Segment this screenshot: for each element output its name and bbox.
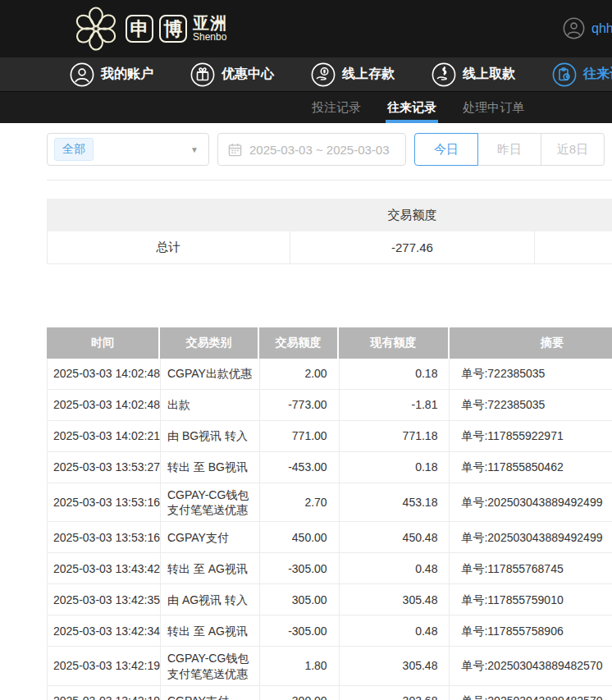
nav-item-label: 线上取款	[463, 66, 515, 83]
table-row: 2025-03-03 13:53:27转出 至 BG视讯-453.000.18单…	[47, 452, 612, 483]
cell-type: 转出 至 AG视讯	[161, 615, 260, 646]
table-row: 2025-03-03 13:53:16CGPAY支付450.00450.48单号…	[47, 522, 612, 553]
cell-amount: 771.00	[260, 421, 340, 451]
column-header-time: 时间	[47, 327, 160, 359]
cell-amount: 2.00	[260, 359, 340, 389]
nav-item-withdraw[interactable]: 线上取款	[432, 62, 515, 87]
records-icon	[552, 62, 577, 87]
cell-time: 2025-03-03 14:02:48	[48, 390, 161, 420]
yesterday-button[interactable]: 昨日	[477, 133, 541, 166]
cell-amount: 300.00	[260, 686, 340, 700]
cell-type: CGPAY-CG钱包支付笔笔送优惠	[161, 483, 260, 521]
summary-total-label: 总计	[48, 231, 290, 263]
cell-summary: 单号:722385035	[450, 390, 612, 420]
cell-balance: 305.48	[340, 584, 450, 615]
cell-amount: 2.70	[260, 483, 340, 521]
cell-type: 由 BG视讯 转入	[161, 421, 260, 451]
summary-header-row: 交易额度	[47, 199, 612, 231]
nav-item-label: 线上存款	[342, 66, 395, 83]
cell-type: CGPAY-CG钱包支付笔笔送优惠	[161, 647, 260, 684]
selected-type-chip: 全部	[54, 138, 94, 161]
table-row: 2025-03-03 13:42:19CGPAY支付300.00303.68单号…	[47, 686, 612, 700]
type-filter-dropdown[interactable]: 全部 ▼	[47, 133, 209, 166]
cell-amount: -773.00	[260, 390, 340, 420]
logo-region-text: 亚洲	[193, 15, 227, 32]
logo-char-bo: 博	[159, 15, 187, 43]
table-row: 2025-03-03 13:42:35由 AG视讯 转入305.00305.48…	[47, 584, 612, 615]
cell-summary: 单号:202503043889482570	[450, 647, 612, 684]
table-row: 2025-03-03 14:02:21由 BG视讯 转入771.00771.18…	[47, 421, 612, 452]
transactions-body: 2025-03-03 14:02:48CGPAY出款优惠2.000.18单号:7…	[47, 359, 612, 700]
cell-summary: 单号:117855850462	[450, 452, 612, 483]
tab-betting-records[interactable]: 投注记录	[312, 92, 361, 123]
column-header-summary: 摘要	[450, 327, 612, 359]
cell-amount: 305.00	[260, 584, 340, 615]
table-row: 2025-03-03 13:42:19CGPAY-CG钱包支付笔笔送优惠1.80…	[47, 647, 612, 685]
calendar-icon	[228, 143, 242, 157]
logo-subtitle-text: Shenbo	[193, 32, 227, 43]
app-header: 申 博 亚洲 Shenbo qhh	[0, 0, 612, 57]
cell-type: 转出 至 BG视讯	[161, 452, 260, 483]
caret-down-icon: ▼	[190, 145, 199, 154]
quick-range-buttons: 今日 昨日 近8日	[414, 133, 605, 166]
username-text: qhh	[591, 21, 612, 36]
cell-type: CGPAY支付	[161, 522, 260, 552]
table-row: 2025-03-03 14:02:48CGPAY出款优惠2.000.18单号:7…	[47, 359, 612, 390]
cell-summary: 单号:202503043889492499	[450, 483, 612, 521]
avatar-icon	[563, 17, 585, 39]
cell-summary: 单号:117855922971	[450, 421, 612, 451]
cell-summary: 单号:117855759010	[450, 584, 612, 615]
last-8-days-button[interactable]: 近8日	[541, 133, 605, 166]
brand-logo[interactable]: 申 博 亚洲 Shenbo	[72, 5, 227, 53]
main-nav: 我的账户 优惠中心 线上存款 线上取款 往来记录	[0, 57, 612, 92]
logo-char-shen: 申	[126, 15, 153, 43]
cell-balance: 0.48	[340, 615, 450, 646]
withdraw-icon	[432, 62, 456, 87]
account-icon	[70, 62, 94, 87]
table-row: 2025-03-03 14:02:48出款-773.00-1.81单号:7223…	[47, 390, 612, 421]
section-divider	[47, 180, 612, 181]
date-range-picker[interactable]: 2025-03-03 ~ 2025-03-03	[217, 133, 406, 166]
nav-item-label: 优惠中心	[222, 66, 274, 83]
cell-time: 2025-03-03 13:53:16	[48, 522, 161, 552]
cell-time: 2025-03-03 13:53:27	[48, 452, 161, 483]
summary-header-label: 交易额度	[290, 199, 535, 231]
today-button[interactable]: 今日	[414, 133, 478, 166]
tab-transaction-records[interactable]: 往来记录	[386, 92, 438, 123]
date-range-text: 2025-03-03 ~ 2025-03-03	[249, 143, 390, 157]
nav-item-promotions[interactable]: 优惠中心	[190, 62, 274, 87]
cell-type: CGPAY出款优惠	[161, 359, 260, 389]
cell-time: 2025-03-03 13:42:34	[48, 615, 161, 646]
main-content: 全部 ▼ 2025-03-03 ~ 2025-03-03 今日 昨日 近8日 交…	[0, 133, 612, 700]
cell-amount: -305.00	[260, 615, 340, 646]
cell-summary: 单号:202503043889482570	[450, 686, 612, 700]
cell-summary: 单号:117855768745	[450, 553, 612, 583]
table-row: 2025-03-03 13:43:42转出 至 AG视讯-305.000.48单…	[47, 553, 612, 584]
cell-balance: 0.48	[340, 553, 450, 583]
deposit-icon	[311, 62, 336, 87]
cell-balance: 303.68	[340, 686, 450, 700]
cell-balance: 771.18	[340, 421, 450, 451]
cell-balance: -1.81	[340, 390, 450, 420]
cell-type: 出款	[161, 390, 260, 420]
cell-balance: 0.18	[340, 452, 450, 483]
record-tabs: 投注记录 往来记录 处理中订单	[0, 92, 612, 123]
cell-amount: 1.80	[260, 647, 340, 684]
nav-item-transaction-records[interactable]: 往来记录	[552, 62, 612, 87]
cell-amount: -453.00	[260, 452, 340, 483]
cell-balance: 305.48	[340, 647, 450, 684]
flower-logo-icon	[72, 5, 120, 53]
cell-balance: 0.18	[340, 359, 450, 389]
cell-type: 转出 至 AG视讯	[161, 553, 260, 583]
nav-item-label: 往来记录	[583, 66, 612, 83]
cell-time: 2025-03-03 13:53:16	[48, 483, 161, 521]
cell-type: CGPAY支付	[161, 686, 260, 700]
summary-table: 交易额度 总计 -277.46	[47, 199, 612, 264]
summary-total-row: 总计 -277.46	[47, 231, 612, 264]
nav-item-my-account[interactable]: 我的账户	[70, 62, 153, 87]
user-menu[interactable]: qhh	[563, 17, 612, 39]
column-header-type: 交易类别	[160, 327, 259, 359]
tab-pending-orders[interactable]: 处理中订单	[463, 92, 524, 123]
nav-item-label: 我的账户	[101, 66, 153, 83]
nav-item-deposit[interactable]: 线上存款	[311, 62, 395, 87]
